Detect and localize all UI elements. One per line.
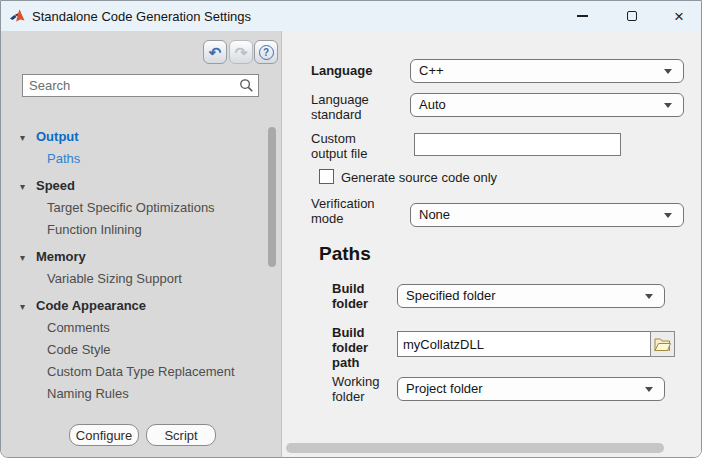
tree-item-paths[interactable]: Paths <box>1 148 263 170</box>
tree-label: Variable Sizing Support <box>47 271 182 286</box>
language-label: Language <box>311 63 385 78</box>
minimize-icon <box>577 15 588 17</box>
search-icon <box>239 78 254 93</box>
search-box <box>22 74 259 97</box>
undo-button[interactable]: ↶ <box>203 40 227 64</box>
settings-window: Standalone Code Generation Settings × ↶ … <box>0 0 702 458</box>
language-standard-label: Language standard <box>311 92 385 122</box>
configure-button[interactable]: Configure <box>69 424 139 446</box>
tree-label: Custom Data Type Replacement <box>47 364 235 379</box>
tree-label: Function Inlining <box>47 222 142 237</box>
tree-category-output[interactable]: ▾Output <box>1 126 263 148</box>
chevron-down-icon <box>645 294 653 299</box>
collapse-triangle-icon: ▾ <box>20 296 36 317</box>
sidebar-vertical-scrollbar-thumb[interactable] <box>268 127 276 267</box>
working-folder-value: Project folder <box>406 378 483 400</box>
build-folder-dropdown[interactable]: Specified folder <box>397 284 665 308</box>
language-standard-dropdown[interactable]: Auto <box>410 93 684 117</box>
verification-mode-label: Verification mode <box>311 196 385 226</box>
tree-label: Target Specific Optimizations <box>47 200 215 215</box>
chevron-down-icon <box>664 69 672 74</box>
tree-item-comments[interactable]: Comments <box>1 317 263 339</box>
build-folder-value: Specified folder <box>406 285 496 307</box>
search-input[interactable] <box>23 75 235 96</box>
chevron-down-icon <box>645 387 653 392</box>
folder-icon <box>654 337 671 351</box>
script-button[interactable]: Script <box>146 424 216 446</box>
working-folder-label: Working folder <box>332 374 390 404</box>
settings-form-panel: Language C++ Language standard Auto Cust… <box>283 31 702 458</box>
language-dropdown[interactable]: C++ <box>410 59 684 83</box>
matlab-logo-icon <box>10 8 26 24</box>
help-button[interactable]: ? <box>254 40 278 64</box>
build-folder-path-input[interactable] <box>397 331 651 357</box>
tree-label: Comments <box>47 320 110 335</box>
paths-section-heading: Paths <box>319 243 371 265</box>
close-button[interactable]: × <box>658 1 700 31</box>
verification-mode-dropdown[interactable]: None <box>410 203 684 227</box>
tree-item-custom-data-type-replacement[interactable]: Custom Data Type Replacement <box>1 361 263 383</box>
settings-tree: ▾Output Paths ▾Speed Target Specific Opt… <box>1 126 263 405</box>
collapse-triangle-icon: ▾ <box>20 127 36 148</box>
chevron-down-icon <box>664 213 672 218</box>
tree-item-function-inlining[interactable]: Function Inlining <box>1 219 263 241</box>
tree-item-naming-rules[interactable]: Naming Rules <box>1 383 263 405</box>
title-bar: Standalone Code Generation Settings × <box>1 1 701 31</box>
tree-item-code-style[interactable]: Code Style <box>1 339 263 361</box>
generate-source-only-checkbox[interactable] <box>319 169 334 184</box>
redo-button[interactable]: ↷ <box>229 40 253 64</box>
redo-icon: ↷ <box>235 45 248 60</box>
tree-item-target-specific-optimizations[interactable]: Target Specific Optimizations <box>1 197 263 219</box>
tree-label: Speed <box>36 178 75 193</box>
custom-output-file-label: Custom output file <box>311 131 385 161</box>
collapse-triangle-icon: ▾ <box>20 176 36 197</box>
collapse-triangle-icon: ▾ <box>20 247 36 268</box>
working-folder-dropdown[interactable]: Project folder <box>397 377 665 401</box>
tree-label: Paths <box>47 151 80 166</box>
help-icon: ? <box>259 45 274 60</box>
tree-label: Naming Rules <box>47 386 129 401</box>
window-title: Standalone Code Generation Settings <box>32 9 251 24</box>
tree-label: Code Appearance <box>36 298 146 313</box>
language-value: C++ <box>419 60 444 82</box>
verification-mode-value: None <box>419 204 450 226</box>
build-folder-label: Build folder <box>332 281 390 311</box>
tree-label: Output <box>36 129 79 144</box>
close-icon: × <box>674 8 684 25</box>
tree-label: Code Style <box>47 342 111 357</box>
chevron-down-icon <box>664 103 672 108</box>
maximize-icon <box>627 11 637 21</box>
language-standard-value: Auto <box>419 94 446 116</box>
settings-sidebar: ↶ ↷ ? ▾Output Paths ▾Speed <box>1 31 282 458</box>
generate-source-only-label: Generate source code only <box>341 170 497 185</box>
tree-category-memory[interactable]: ▾Memory <box>1 246 263 268</box>
browse-folder-button[interactable] <box>650 331 675 357</box>
horizontal-scrollbar-thumb[interactable] <box>286 443 664 453</box>
tree-label: Memory <box>36 249 86 264</box>
tree-item-variable-sizing-support[interactable]: Variable Sizing Support <box>1 268 263 290</box>
build-folder-path-label: Build folder path <box>332 325 390 370</box>
undo-icon: ↶ <box>209 45 222 60</box>
tree-category-code-appearance[interactable]: ▾Code Appearance <box>1 295 263 317</box>
tree-category-speed[interactable]: ▾Speed <box>1 175 263 197</box>
maximize-button[interactable] <box>611 1 653 31</box>
custom-output-file-input[interactable] <box>414 133 621 156</box>
minimize-button[interactable] <box>561 1 603 31</box>
